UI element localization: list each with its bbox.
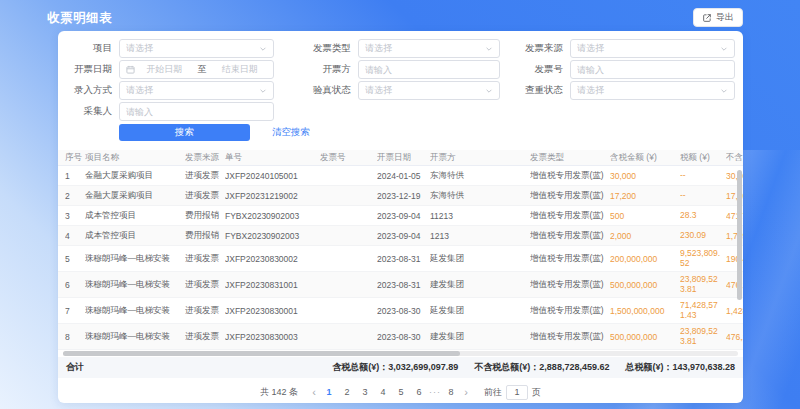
- table-row: 5 珠穆朗玛峰—电梯安装 进项发票 JXFP20230830002 2023-0…: [58, 246, 743, 272]
- collector-label: 采集人: [58, 105, 119, 118]
- cell-issuer: 11213: [430, 211, 530, 221]
- cell-issuer: 1213: [430, 231, 530, 241]
- recheck-status-select[interactable]: 请选择: [570, 81, 735, 100]
- table-header-row: 序号 项目名称 发票来源 单号 发票号 开票日期 开票方 发票类型 含税金额 (…: [58, 150, 743, 166]
- filter-form: 项目 请选择 发票类型 请选择 发票来源 请选择 开票日期 开始日期 至 结: [58, 31, 743, 141]
- cell-amount-incl: 2,000: [610, 231, 680, 241]
- vertical-scrollbar[interactable]: [737, 170, 742, 300]
- col-header-project: 项目名称: [85, 152, 185, 164]
- page-number-2[interactable]: 2: [340, 387, 354, 397]
- cell-date: 2023-09-04: [377, 211, 430, 221]
- page-number-1[interactable]: 1: [322, 387, 336, 397]
- invoice-date-range-picker[interactable]: 开始日期 至 结束日期: [119, 60, 274, 79]
- next-page-button[interactable]: ›: [460, 387, 472, 398]
- page-number-4[interactable]: 4: [376, 387, 390, 397]
- export-button[interactable]: 导出: [693, 8, 743, 27]
- goto-page-input[interactable]: [506, 385, 528, 400]
- cell-amount-incl: 1,500,000,000: [610, 306, 680, 316]
- search-button[interactable]: 搜索: [119, 124, 250, 141]
- cell-doc-no: JXFP20230830001: [225, 306, 320, 316]
- verify-status-select[interactable]: 请选择: [358, 81, 500, 100]
- collector-input-field[interactable]: [126, 107, 267, 117]
- cell-type: 增值税专用发票(蓝): [530, 331, 610, 343]
- cell-project: 珠穆朗玛峰—电梯安装: [85, 331, 185, 343]
- cell-doc-no: JXFP20230830002: [225, 254, 320, 264]
- issuer-input[interactable]: [358, 60, 500, 79]
- page-number-3[interactable]: 3: [358, 387, 372, 397]
- page-number-6[interactable]: 6: [412, 387, 426, 397]
- date-start-placeholder: 开始日期: [137, 63, 192, 76]
- invoice-type-select[interactable]: 请选择: [358, 39, 500, 58]
- invoice-type-select-placeholder: 请选择: [365, 42, 485, 55]
- export-icon: [702, 13, 712, 23]
- table-row: 8 珠穆朗玛峰—电梯安装 进项发票 JXFP20230830003 2023-0…: [58, 324, 743, 350]
- cell-date: 2023-08-30: [377, 306, 430, 316]
- invoice-no-input-field[interactable]: [577, 65, 728, 75]
- cell-type: 增值税专用发票(蓝): [530, 253, 610, 265]
- cell-amount-incl: 500,000,000: [610, 332, 680, 342]
- goto-page-label: 前往: [484, 386, 502, 399]
- cell-date: 2023-08-31: [377, 254, 430, 264]
- invoice-date-label: 开票日期: [58, 63, 119, 76]
- prev-page-button[interactable]: ‹: [308, 387, 320, 398]
- table-row: 2 金融大厦采购项目 进项发票 JXFP20231219002 2023-12-…: [58, 186, 743, 206]
- summary-excl-tax-value: 2,888,728,459.62: [539, 362, 609, 372]
- cell-issuer: 延发集团: [430, 305, 530, 317]
- cell-amount-excl: 1,428,571,428.57: [726, 306, 743, 316]
- pagination: 共 142 条 ‹ 1 2 3 4 5 6 ··· 8 › 前往 页: [58, 383, 743, 401]
- cell-amount-incl: 17,200: [610, 191, 680, 201]
- cell-source: 进项发票: [185, 305, 225, 317]
- cell-source: 费用报销: [185, 230, 225, 242]
- cell-issuer: 东海特供: [430, 170, 530, 182]
- horizontal-scrollbar-thumb[interactable]: [63, 351, 460, 356]
- invoice-source-select-placeholder: 请选择: [577, 42, 720, 55]
- page-number-5[interactable]: 5: [394, 387, 408, 397]
- col-header-type: 发票类型: [530, 152, 610, 164]
- more-pages-ellipsis[interactable]: ···: [428, 387, 442, 397]
- verify-status-select-placeholder: 请选择: [365, 84, 485, 97]
- cell-project: 成本管控项目: [85, 230, 185, 242]
- cell-source: 进项发票: [185, 331, 225, 343]
- cell-project: 珠穆朗玛峰—电梯安装: [85, 253, 185, 265]
- project-select[interactable]: 请选择: [119, 39, 274, 58]
- cell-no: 3: [65, 211, 85, 221]
- summary-total-tax: 总税额(¥)：143,970,638.28: [625, 361, 735, 374]
- issuer-input-field[interactable]: [365, 65, 493, 75]
- summary-excl-tax: 不含税总额(¥)：2,888,728,459.62: [474, 361, 609, 374]
- cell-type: 增值税专用发票(蓝): [530, 190, 610, 202]
- table-row: 1 金融大厦采购项目 进项发票 JXFP20240105001 2024-01-…: [58, 166, 743, 186]
- cell-issuer: 东海特供: [430, 190, 530, 202]
- pagination-total: 共 142 条: [260, 386, 298, 399]
- cell-type: 增值税专用发票(蓝): [530, 230, 610, 242]
- cell-issuer: 延发集团: [430, 253, 530, 265]
- cell-project: 珠穆朗玛峰—电梯安装: [85, 279, 185, 291]
- entry-method-select[interactable]: 请选择: [119, 81, 274, 100]
- horizontal-scrollbar[interactable]: [63, 351, 738, 356]
- page-number-8[interactable]: 8: [444, 387, 458, 397]
- table-row: 3 成本管控项目 费用报销 FYBX20230902003 2023-09-04…: [58, 206, 743, 226]
- date-separator: 至: [192, 63, 213, 76]
- chevron-down-icon: [720, 87, 728, 95]
- table-row: 4 成本管控项目 费用报销 FYBX20230902003 2023-09-04…: [58, 226, 743, 246]
- cell-doc-no: FYBX20230902003: [225, 231, 320, 241]
- collector-input[interactable]: [119, 102, 274, 121]
- invoice-no-input[interactable]: [570, 60, 735, 79]
- invoice-source-label: 发票来源: [500, 42, 570, 55]
- main-panel: 项目 请选择 发票类型 请选择 发票来源 请选择 开票日期 开始日期 至 结: [58, 31, 743, 403]
- cell-doc-no: JXFP20240105001: [225, 171, 320, 181]
- cell-date: 2023-08-31: [377, 280, 430, 290]
- calendar-icon: [126, 65, 135, 74]
- cell-tax: 71,428,571.43: [680, 301, 726, 321]
- cell-amount-excl: 476,190,476.19: [726, 332, 743, 342]
- cell-type: 增值税专用发票(蓝): [530, 279, 610, 291]
- clear-search-link[interactable]: 清空搜索: [272, 126, 310, 139]
- summary-incl-tax: 含税总额(¥)：3,032,699,097.89: [332, 361, 458, 374]
- cell-no: 6: [65, 280, 85, 290]
- chevron-down-icon: [720, 45, 728, 53]
- cell-source: 进项发票: [185, 190, 225, 202]
- col-header-issuer: 开票方: [430, 152, 530, 164]
- cell-amount-incl: 500,000,000: [610, 280, 680, 290]
- invoice-source-select[interactable]: 请选择: [570, 39, 735, 58]
- chevron-down-icon: [259, 45, 267, 53]
- cell-type: 增值税专用发票(蓝): [530, 210, 610, 222]
